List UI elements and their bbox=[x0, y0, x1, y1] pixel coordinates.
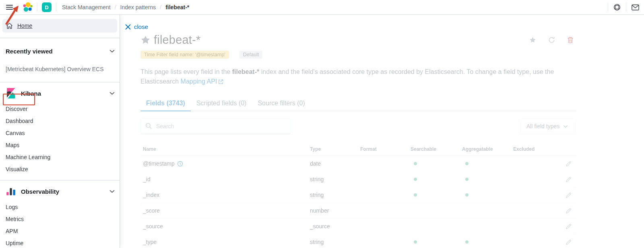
sidebar-item-machine-learning[interactable]: Machine Learning bbox=[0, 151, 120, 163]
pencil-icon bbox=[566, 208, 572, 214]
help-icon bbox=[613, 4, 621, 11]
observability-section-label: Observability bbox=[21, 188, 59, 195]
column-header-searchable: Searchable bbox=[408, 146, 460, 152]
dot-icon bbox=[465, 162, 469, 165]
field-type-cell: string bbox=[308, 192, 358, 198]
help-button[interactable] bbox=[608, 0, 626, 14]
kibana-section-label: Kibana bbox=[21, 90, 41, 97]
chevron-down-icon bbox=[109, 190, 115, 193]
default-badge: Default bbox=[239, 51, 263, 59]
section-recently-viewed[interactable]: Recently viewed bbox=[0, 45, 120, 57]
header-divider bbox=[56, 3, 56, 12]
edit-field-button[interactable] bbox=[551, 161, 576, 167]
page-description: This page lists every field in the fileb… bbox=[140, 67, 559, 86]
dot-icon bbox=[414, 193, 417, 197]
breadcrumb-item[interactable]: Stack Management bbox=[62, 4, 111, 10]
mail-icon bbox=[632, 4, 639, 10]
sidebar-item-canvas[interactable]: Canvas bbox=[0, 127, 120, 139]
recently-viewed-item[interactable]: [Metricbeat Kubernetes] Overview ECS bbox=[0, 66, 120, 72]
sidebar-divider bbox=[0, 82, 120, 82]
delete-button[interactable] bbox=[567, 37, 574, 43]
table-row: _scorenumber bbox=[140, 203, 576, 219]
refresh-button[interactable] bbox=[548, 37, 555, 43]
recently-viewed-label: Recently viewed bbox=[6, 48, 53, 55]
field-aggregatable-cell bbox=[460, 240, 511, 244]
search-box bbox=[140, 118, 291, 134]
top-header: D Stack Management/Index patterns/filebe… bbox=[0, 0, 644, 15]
table-row: _idstring bbox=[140, 172, 576, 187]
sidebar-home-label: Home bbox=[17, 23, 32, 29]
space-selector-button[interactable]: D bbox=[37, 0, 56, 14]
column-header-excluded: Excluded bbox=[511, 146, 551, 152]
sidebar-item-discover[interactable]: Discover bbox=[0, 103, 120, 115]
close-icon bbox=[125, 24, 131, 30]
observability-nav-list: LogsMetricsAPMUptime bbox=[0, 201, 120, 248]
chevron-down-icon bbox=[109, 92, 115, 95]
tab-bar: Fields (3743)Scripted fields (0)Source f… bbox=[140, 96, 576, 111]
external-link-icon bbox=[218, 79, 223, 84]
table-row: _source_source bbox=[140, 219, 576, 234]
sidebar-divider bbox=[0, 38, 120, 38]
tab-fields[interactable]: Fields (3743) bbox=[140, 96, 191, 111]
field-aggregatable-cell bbox=[460, 193, 511, 197]
sidebar-item-visualize[interactable]: Visualize bbox=[0, 163, 120, 175]
dot-icon bbox=[414, 162, 417, 165]
breadcrumb: Stack Management/Index patterns/filebeat… bbox=[62, 4, 608, 10]
index-name: filebeat-* bbox=[232, 68, 260, 75]
table-row: _typestring bbox=[140, 234, 576, 248]
sidebar-item-uptime[interactable]: Uptime bbox=[0, 237, 120, 248]
clock-icon bbox=[177, 161, 183, 167]
field-type-cell: string bbox=[308, 176, 358, 182]
field-name-cell: @timestamp bbox=[140, 160, 308, 167]
field-type-cell: date bbox=[308, 160, 358, 167]
dot-icon bbox=[465, 240, 469, 244]
pencil-icon bbox=[566, 176, 572, 182]
field-searchable-cell bbox=[408, 162, 460, 165]
edit-field-button[interactable] bbox=[551, 223, 576, 230]
field-type-cell: number bbox=[308, 207, 358, 214]
field-searchable-cell bbox=[408, 178, 460, 181]
breadcrumb-item[interactable]: Index patterns bbox=[120, 4, 156, 10]
tab-scripted-fields[interactable]: Scripted fields (0) bbox=[191, 96, 252, 111]
sidebar-item-metrics[interactable]: Metrics bbox=[0, 213, 120, 225]
sidebar-item-dashboard[interactable]: Dashboard bbox=[0, 115, 120, 127]
refresh-icon bbox=[548, 37, 555, 43]
column-header-name: Name bbox=[140, 146, 308, 152]
menu-button[interactable] bbox=[0, 0, 19, 14]
sidebar-item-apm[interactable]: APM bbox=[0, 225, 120, 237]
breadcrumb-separator: / bbox=[115, 4, 116, 10]
edit-field-button[interactable] bbox=[551, 176, 576, 182]
kibana-logo bbox=[6, 88, 16, 98]
column-header-type: Type bbox=[308, 146, 358, 152]
search-input[interactable] bbox=[140, 118, 291, 134]
field-type-cell: string bbox=[308, 239, 358, 245]
sidebar-item-home[interactable]: Home bbox=[2, 19, 117, 33]
elastic-logo-button[interactable] bbox=[19, 0, 37, 14]
newsfeed-button[interactable] bbox=[626, 0, 644, 14]
edit-field-button[interactable] bbox=[551, 192, 576, 198]
field-searchable-cell bbox=[408, 240, 460, 244]
pencil-icon bbox=[566, 192, 572, 198]
mapping-api-link[interactable]: Mapping API bbox=[181, 78, 217, 85]
field-searchable-cell bbox=[408, 193, 460, 197]
dot-icon bbox=[465, 178, 469, 181]
section-kibana[interactable]: Kibana bbox=[0, 88, 120, 99]
dot-icon bbox=[465, 193, 469, 197]
index-pattern-page: filebeat-* bbox=[120, 15, 644, 248]
recently-viewed-list: [Metricbeat Kubernetes] Overview ECS bbox=[0, 66, 120, 72]
close-button[interactable]: close bbox=[125, 23, 148, 30]
close-label: close bbox=[134, 23, 148, 30]
section-observability[interactable]: Observability bbox=[0, 186, 120, 197]
tab-source-filters[interactable]: Source filters (0) bbox=[252, 96, 310, 111]
column-header-format: Format bbox=[358, 146, 408, 152]
sidebar-item-maps[interactable]: Maps bbox=[0, 139, 120, 151]
edit-field-button[interactable] bbox=[551, 208, 576, 214]
edit-field-button[interactable] bbox=[551, 239, 576, 245]
breadcrumb-item: filebeat-* bbox=[165, 4, 189, 10]
set-default-button[interactable] bbox=[529, 37, 536, 43]
sidebar-divider bbox=[0, 180, 120, 180]
sidebar-item-logs[interactable]: Logs bbox=[0, 201, 120, 213]
field-aggregatable-cell bbox=[460, 162, 511, 165]
space-avatar: D bbox=[42, 2, 52, 12]
field-type-filter[interactable]: All field types bbox=[518, 118, 576, 134]
